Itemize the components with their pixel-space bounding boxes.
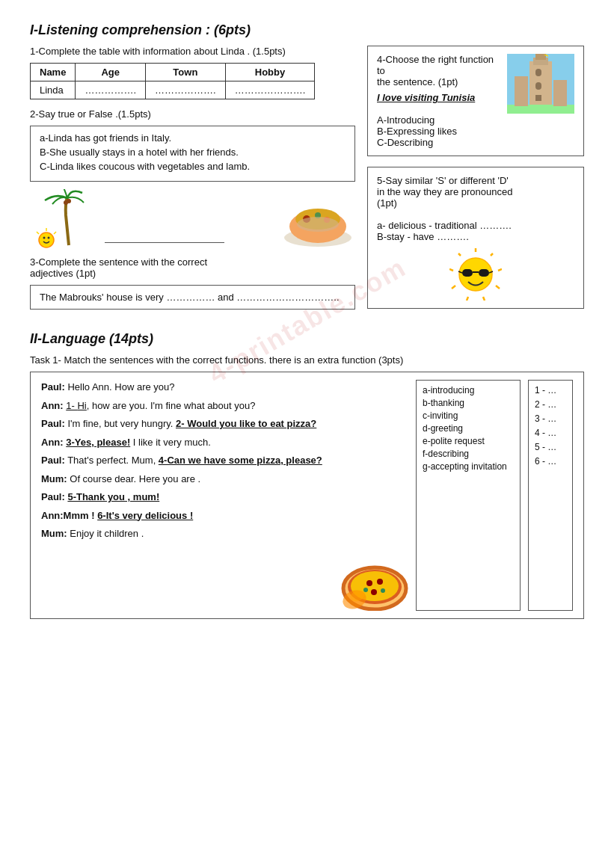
cell-name: Linda: [31, 81, 76, 99]
col-hobby: Hobby: [225, 64, 315, 81]
ans-6: 6 - …: [535, 456, 566, 467]
svg-rect-18: [535, 54, 546, 60]
svg-point-1: [43, 237, 46, 239]
cell-town: ……………….: [146, 81, 226, 99]
svg-rect-21: [535, 95, 541, 101]
tunisia-building-icon: [507, 54, 574, 114]
dialogue-6: Mum: Of course dear. Here you are .: [41, 472, 408, 487]
q4-opt-c: C-Describing: [377, 137, 501, 148]
q1-label: 1-Complete the table with information ab…: [30, 46, 355, 57]
svg-line-30: [467, 297, 468, 301]
dialogue-5: Paul: That's perfect. Mum, 4-Can we have…: [41, 453, 408, 468]
section1-title: I-Listening comprehension : (6pts): [30, 22, 584, 38]
cell-age: …………….: [76, 81, 146, 99]
col-name: Name: [31, 64, 76, 81]
svg-point-7: [67, 199, 71, 203]
svg-point-45: [371, 589, 377, 595]
answers-col: 1 - … 2 - … 3 - … 4 - … 5 - … 6 - …: [528, 380, 573, 611]
task1-box: Paul: Hello Ann. How are you? Ann: 1- Hi…: [30, 372, 584, 619]
dialogue-2: Ann: 1- Hi, how are you. I'm fine what a…: [41, 398, 408, 413]
svg-line-4: [54, 232, 56, 234]
func-e: e-polite request: [423, 436, 514, 446]
dialogue-8: Ann:Mmm ! 6-It's very delicious !: [41, 508, 408, 523]
func-c: c-inviting: [423, 410, 514, 421]
task1-inner: Paul: Hello Ann. How are you? Ann: 1- Hi…: [41, 380, 573, 611]
svg-rect-23: [515, 76, 528, 106]
svg-point-43: [366, 580, 372, 586]
q3-label: 3-Complete the sentence with the correct…: [30, 256, 355, 279]
svg-line-32: [449, 269, 453, 271]
q4-opt-a: A-Introducing: [377, 114, 501, 126]
q5-b: B-stay - have ……….: [377, 231, 574, 242]
svg-line-31: [452, 286, 455, 289]
info-table: Name Age Town Hobby Linda ……………. ……………….…: [30, 63, 315, 99]
ans-5: 5 - …: [535, 442, 566, 452]
sun-container: [377, 248, 574, 301]
q5-title: 5-Say similar 'S' or different 'D' in th…: [377, 175, 574, 209]
svg-point-14: [297, 217, 339, 232]
svg-line-33: [458, 253, 461, 256]
sun-sunglasses-icon: [449, 248, 502, 301]
ans-1: 1 - …: [535, 385, 566, 395]
func-b: b-thanking: [423, 398, 514, 408]
svg-point-47: [363, 588, 368, 592]
svg-point-0: [39, 233, 54, 247]
q4-opt-b: B-Expressing likes: [377, 126, 501, 137]
section2-title: II-Language (14pts): [30, 331, 584, 347]
func-d: d-greeting: [423, 423, 514, 434]
func-f: f-describing: [423, 449, 514, 459]
dialogue-7: Paul: 5-Thank you , mum!: [41, 490, 408, 505]
q5-a: a- delicious - traditional ……….: [377, 220, 574, 231]
functions-col: a-introducing b-thanking c-inviting d-gr…: [416, 380, 521, 611]
palm-tree-icon: [30, 189, 97, 249]
svg-line-5: [37, 232, 39, 234]
ans-4: 4 - …: [535, 428, 566, 438]
ans-2: 2 - …: [535, 399, 566, 410]
sentence-text: The Mabrouks' house is very …………… and ………: [40, 292, 346, 303]
svg-point-2: [48, 237, 50, 239]
svg-rect-36: [479, 269, 489, 277]
tf-c: C-Linda likes coucous with vegetables an…: [40, 161, 346, 172]
section2: II-Language (14pts) Task 1- Match the se…: [30, 331, 584, 619]
dialogue-9: Mum: Enjoy it children .: [41, 526, 408, 541]
tf-b: B-She usually stays in a hotel with her …: [40, 147, 346, 158]
q4-inner: 4-Choose the right function to the sente…: [377, 54, 574, 148]
svg-rect-20: [535, 82, 541, 90]
ans-3: 3 - …: [535, 413, 566, 424]
svg-point-46: [381, 588, 385, 593]
sentence-box: The Mabrouks' house is very …………… and ………: [30, 285, 355, 310]
dialogue-1: Paul: Hello Ann. How are you?: [41, 380, 408, 395]
task1-desc: Task 1- Match the sentences with the cor…: [30, 354, 584, 366]
tf-box: a-Linda has got friends in Italy. B-She …: [30, 126, 355, 182]
svg-line-26: [491, 253, 493, 256]
images-row: [30, 189, 355, 249]
couscous-icon: [280, 193, 355, 249]
svg-rect-24: [553, 80, 567, 106]
svg-line-28: [496, 286, 500, 289]
tf-a: a-Linda has got friends in Italy.: [40, 132, 346, 144]
func-g: g-accepting invitation: [423, 461, 514, 472]
svg-rect-19: [535, 69, 541, 76]
svg-rect-35: [462, 269, 473, 277]
col-town: Town: [146, 64, 226, 81]
q5-box: 5-Say similar 'S' or different 'D' in th…: [367, 167, 584, 309]
dialogue-3: Paul: I'm fine, but very hungry. 2- Woul…: [41, 416, 408, 431]
dialogue-4: Ann: 3-Yes, please! I like it very much.: [41, 435, 408, 450]
svg-point-44: [377, 579, 383, 585]
q4-title: 4-Choose the right function to the sente…: [377, 54, 501, 87]
cell-hobby: ………………….: [225, 81, 315, 99]
svg-line-29: [483, 297, 485, 301]
col-age: Age: [76, 64, 146, 81]
pizza-icon: [341, 555, 408, 611]
q4-sentence: I love visiting Tunisia: [377, 92, 501, 103]
svg-line-27: [498, 269, 502, 271]
q4-box: 4-Choose the right function to the sente…: [367, 46, 584, 156]
q2-label: 2-Say true or False .(1.5pts): [30, 108, 355, 120]
func-a: a-introducing: [423, 385, 514, 395]
dialogue-col: Paul: Hello Ann. How are you? Ann: 1- Hi…: [41, 380, 408, 611]
